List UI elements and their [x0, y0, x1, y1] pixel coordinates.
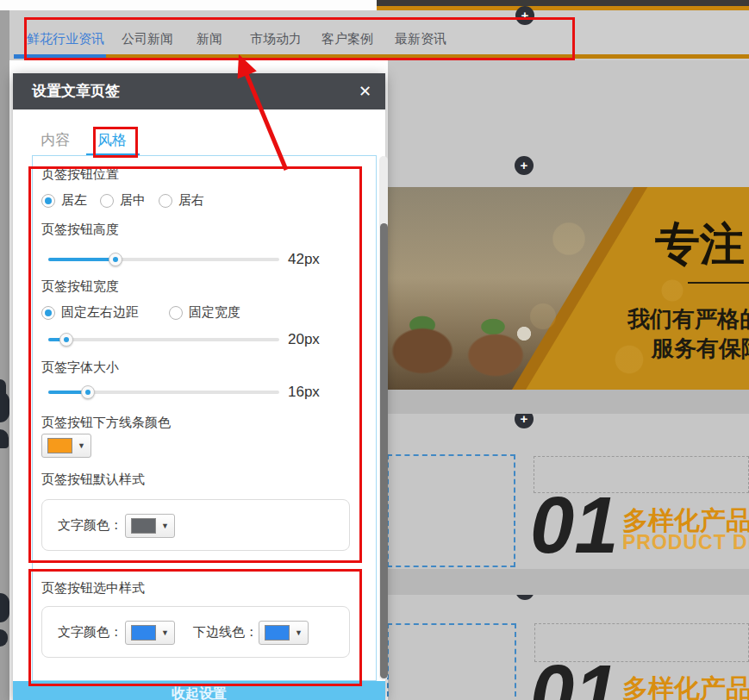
- dialog-title: 设置文章页签: [32, 73, 120, 109]
- section-subtitle: PRODUCT DIV: [622, 531, 749, 554]
- left-edge-shape: [0, 429, 9, 448]
- section-number: 01: [530, 653, 618, 700]
- annotation-box-style-tab: [93, 127, 138, 158]
- dialog-scrollbar-thumb[interactable]: [380, 223, 388, 678]
- top-dark-bar: [377, 0, 749, 6]
- hero-banner: 专注 我们有严格的 服务有保障: [388, 187, 749, 390]
- section-title: 多样化产品，: [622, 672, 749, 700]
- close-icon[interactable]: ✕: [359, 73, 371, 109]
- dialog-header: 设置文章页签 ✕: [13, 73, 385, 109]
- left-edge-shape: [0, 391, 9, 422]
- left-edge-shape: [0, 593, 9, 622]
- editor-screen: 鲜花行业资讯 公司新闻 新闻 市场动力 客户案例 最新资讯 + + + + 专注…: [0, 0, 749, 700]
- selected-image-placeholder[interactable]: [387, 454, 515, 567]
- annotation-box-tabbar: [24, 17, 575, 60]
- left-edge-strip: [0, 10, 9, 700]
- top-white-strip: [0, 0, 377, 10]
- add-module-button[interactable]: +: [515, 156, 534, 175]
- banner-subtext-1: 我们有严格的: [627, 304, 749, 334]
- banner-subtext-2: 服务有保障: [652, 334, 749, 364]
- section-number: 01: [530, 485, 618, 565]
- selected-image-placeholder[interactable]: [387, 623, 516, 700]
- section-divider-band: [388, 390, 749, 414]
- banner-headline: 专注: [655, 215, 745, 275]
- left-edge-shape: [0, 629, 8, 647]
- annotation-box-selected-style: [28, 569, 362, 686]
- annotation-box-style-settings: [28, 166, 362, 563]
- banner-divider-line: [688, 282, 749, 284]
- dialog-tab-content[interactable]: 内容: [41, 130, 70, 150]
- section-divider-band: [388, 569, 749, 595]
